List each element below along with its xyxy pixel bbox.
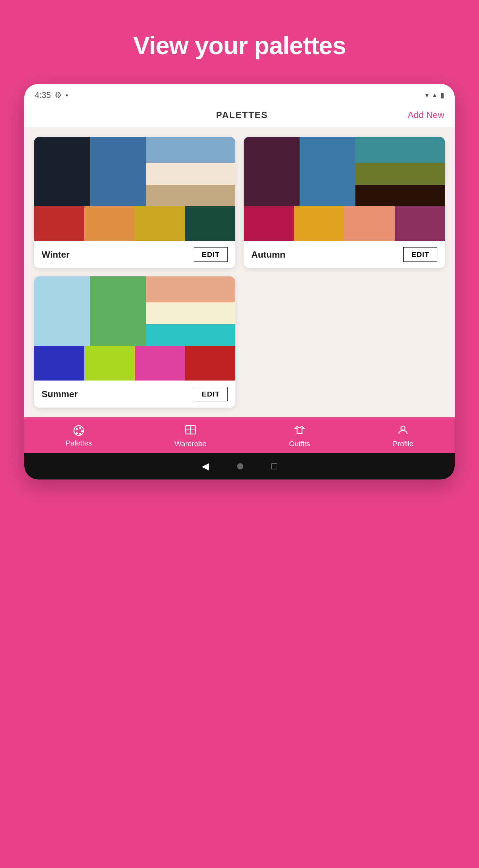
svg-point-2 [79,427,81,429]
sim-icon: ▪ [66,91,68,99]
swatch [185,206,235,241]
edit-button-summer[interactable]: EDIT [194,387,228,401]
swatch [300,137,355,206]
nav-item-wardrobe[interactable]: Wardrobe [175,424,206,448]
page-title: View your palettes [133,31,346,60]
palette-name-summer: Summer [42,389,78,400]
swatch [90,137,146,206]
swatch [395,206,445,241]
swatch [34,276,90,346]
app-header: PALETTES Add New [24,103,455,127]
swatch [355,137,445,163]
nav-item-palettes[interactable]: Palettes [66,424,92,447]
svg-point-4 [79,433,81,435]
swatch [84,206,135,241]
palette-card-autumn[interactable]: Autumn EDIT [244,137,445,268]
nav-item-profile[interactable]: Profile [393,424,413,448]
palette-name-winter: Winter [42,249,70,260]
empty-slot [244,276,445,408]
svg-point-5 [76,432,78,434]
swatch [90,276,146,346]
palette-card-winter[interactable]: Winter EDIT [34,137,235,268]
add-new-button[interactable]: Add New [408,110,445,120]
signal-icon: ▲ [431,92,438,99]
nav-label-palettes: Palettes [66,439,92,447]
settings-icon: ⚙ [54,90,62,100]
swatch [294,206,344,241]
wardrobe-icon [184,424,197,437]
svg-point-1 [76,428,78,430]
swatch [34,206,84,241]
swatch [135,206,185,241]
svg-point-10 [401,426,405,430]
nav-label-profile: Profile [393,440,413,448]
swatch [146,137,235,163]
status-bar: 4:35 ⚙ ▪ ▾ ▲ ▮ [24,84,455,103]
swatch [34,137,90,206]
swatch [355,185,445,207]
swatch [146,185,235,207]
battery-icon: ▮ [440,91,444,99]
android-back-button[interactable]: ◀ [202,460,209,472]
swatch [146,324,235,346]
edit-button-autumn[interactable]: EDIT [403,247,437,262]
swatch [146,302,235,324]
swatch [146,163,235,185]
android-nav-bar: ◀ [24,453,455,479]
nav-item-outfits[interactable]: Outfits [289,424,310,448]
android-home-button[interactable] [237,463,243,469]
content-area: Winter EDIT [24,127,455,417]
android-recents-button[interactable] [271,463,277,469]
wifi-icon: ▾ [425,91,429,99]
nav-label-wardrobe: Wardrobe [175,440,206,448]
device-frame: 4:35 ⚙ ▪ ▾ ▲ ▮ PALETTES Add New [24,84,455,479]
swatch [355,163,445,185]
swatch [344,206,395,241]
palette-name-autumn: Autumn [251,249,285,260]
status-time: 4:35 [35,90,51,100]
swatch [135,346,185,381]
swatch [244,206,294,241]
swatch [146,276,235,302]
edit-button-winter[interactable]: EDIT [194,247,228,262]
swatch [84,346,135,381]
nav-label-outfits: Outfits [289,440,310,448]
swatch [244,137,300,206]
header-title: PALETTES [76,110,408,120]
bottom-nav: Palettes Wardrobe Outfits [24,417,455,453]
palette-icon [73,424,85,437]
svg-point-3 [81,430,83,432]
outfits-icon [293,424,306,437]
swatch [34,346,84,381]
swatch [185,346,235,381]
profile-icon [397,424,409,437]
palette-card-summer[interactable]: Summer EDIT [34,276,235,408]
